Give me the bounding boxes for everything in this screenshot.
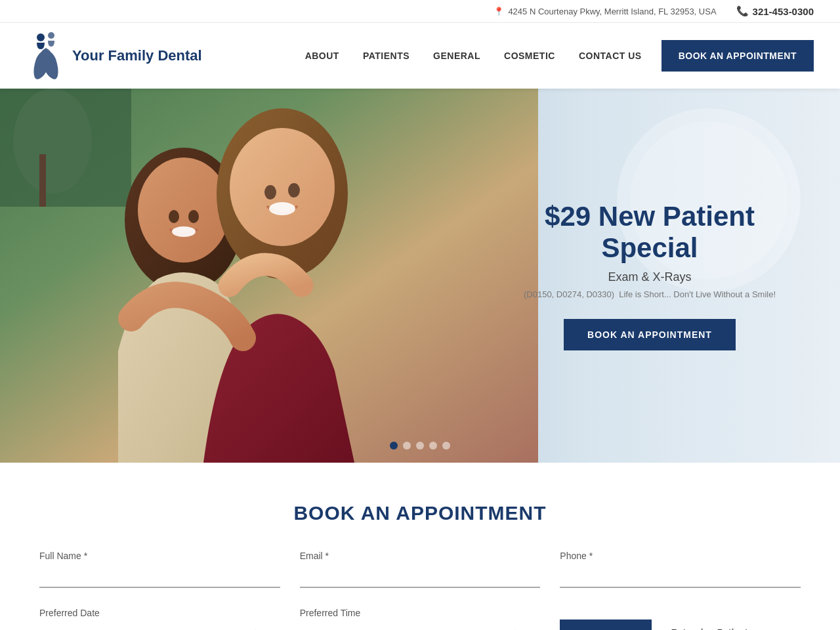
slider-dot-3[interactable] <box>416 442 424 450</box>
logo-link[interactable]: Your Family Dental <box>26 30 202 82</box>
returning-patient-button[interactable]: Returning Patient <box>652 618 768 630</box>
appointment-title: BOOK AN APPOINTMENT <box>39 502 801 524</box>
slider-dot-2[interactable] <box>403 442 411 450</box>
full-name-label: Full Name * <box>39 551 280 561</box>
svg-point-12 <box>230 128 335 246</box>
hero-title: $29 New Patient Special <box>499 201 801 264</box>
phone-number: 321-453-0300 <box>753 6 814 17</box>
appointment-section: BOOK AN APPOINTMENT Full Name * Email * … <box>0 463 840 630</box>
address-text: 4245 N Courtenay Pkwy, Merritt Island, F… <box>508 7 716 16</box>
site-header: Your Family Dental ABOUT PATIENTS GENERA… <box>0 23 840 89</box>
nav-general[interactable]: GENERAL <box>433 51 480 61</box>
new-patient-button[interactable]: New Patient <box>560 620 651 630</box>
patient-type-row: New Patient Returning Patient <box>560 608 801 630</box>
nav-contact[interactable]: CONTACT US <box>579 51 642 61</box>
hero-codes: (D0150, D0274, D0330) Life is Short... D… <box>499 289 801 299</box>
hero-section: $29 New Patient Special Exam & X-Rays (D… <box>0 89 840 463</box>
svg-point-0 <box>37 33 45 41</box>
phone-input[interactable] <box>560 565 801 588</box>
form-row-1: Full Name * Email * Phone * <box>39 551 801 588</box>
svg-point-4 <box>13 89 92 194</box>
slider-dot-4[interactable] <box>429 442 437 450</box>
main-nav: ABOUT PATIENTS GENERAL COSMETIC CONTACT … <box>305 51 642 61</box>
preferred-date-select[interactable]: ⌃ <box>39 622 280 630</box>
hero-tagline: Life is Short... Don't Live Without a Sm… <box>619 289 776 299</box>
svg-point-7 <box>138 158 230 262</box>
svg-point-9 <box>188 210 199 223</box>
phone-info[interactable]: 📞 321-453-0300 <box>736 5 814 17</box>
preferred-date-field[interactable]: Preferred Date ⌃ <box>39 608 280 630</box>
nav-cosmetic[interactable]: COSMETIC <box>504 51 555 61</box>
email-field: Email * <box>300 551 541 588</box>
preferred-date-label: Preferred Date <box>39 608 280 618</box>
slider-dot-5[interactable] <box>442 442 450 450</box>
svg-point-14 <box>288 183 300 198</box>
nav-about[interactable]: ABOUT <box>305 51 339 61</box>
chevron-down-icon-2: ⌃ <box>511 627 520 630</box>
logo-svg <box>26 30 66 82</box>
header-book-button[interactable]: BOOK AN APPOINTMENT <box>662 40 814 72</box>
hero-photo <box>0 89 538 463</box>
top-bar: 📍 4245 N Courtenay Pkwy, Merritt Island,… <box>0 0 840 23</box>
form-row-2: Preferred Date ⌃ Preferred Time ⌃ New Pa… <box>39 608 801 630</box>
address-info: 📍 4245 N Courtenay Pkwy, Merritt Island,… <box>494 7 716 16</box>
svg-point-15 <box>269 202 295 215</box>
preferred-time-field[interactable]: Preferred Time ⌃ <box>300 608 541 630</box>
email-label: Email * <box>300 551 541 561</box>
hero-book-button[interactable]: BOOK AN APPOINTMENT <box>564 319 736 350</box>
slider-dots <box>390 442 450 450</box>
slider-dot-1[interactable] <box>390 442 398 450</box>
preferred-time-label: Preferred Time <box>300 608 541 618</box>
svg-point-10 <box>172 226 196 237</box>
preferred-time-select[interactable]: ⌃ <box>300 622 541 630</box>
phone-label: Phone * <box>560 551 801 561</box>
svg-point-1 <box>48 32 54 39</box>
svg-point-8 <box>169 210 179 223</box>
svg-point-13 <box>264 185 276 200</box>
phone-icon: 📞 <box>736 5 749 17</box>
full-name-field: Full Name * <box>39 551 280 588</box>
svg-rect-5 <box>39 154 46 207</box>
hero-codes-text: (D0150, D0274, D0330) <box>524 289 614 299</box>
hero-content: $29 New Patient Special Exam & X-Rays (D… <box>499 201 801 350</box>
location-icon: 📍 <box>494 7 504 16</box>
nav-patients[interactable]: PATIENTS <box>363 51 410 61</box>
phone-field: Phone * <box>560 551 801 588</box>
hero-illustration <box>0 89 538 463</box>
chevron-down-icon: ⌃ <box>251 627 261 630</box>
logo-text: Your Family Dental <box>72 47 202 64</box>
hero-subtitle: Exam & X-Rays <box>499 270 801 284</box>
email-input[interactable] <box>300 565 541 588</box>
full-name-input[interactable] <box>39 565 280 588</box>
